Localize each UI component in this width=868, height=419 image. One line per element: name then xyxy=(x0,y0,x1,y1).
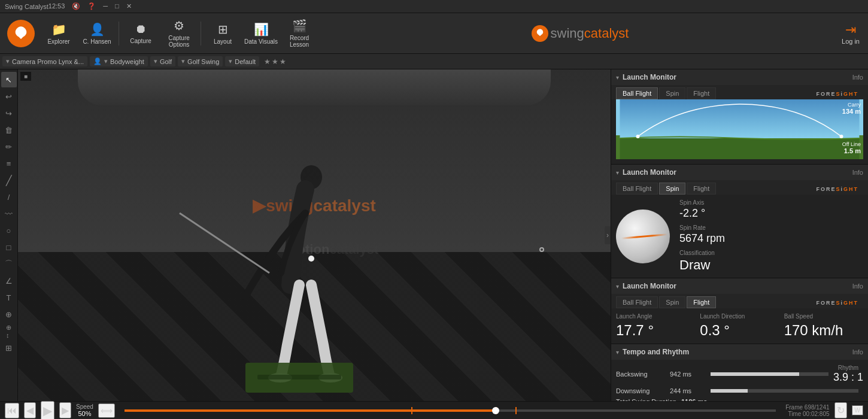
expand-panel-button[interactable]: › xyxy=(605,226,611,244)
tool-lines[interactable]: ≡ xyxy=(1,156,17,171)
spin-rate-value: 5674 rpm xyxy=(679,232,863,245)
frame-value: 698/1241 xyxy=(805,404,830,411)
svg-line-1 xyxy=(180,213,269,273)
tool-settings[interactable]: ⊕ xyxy=(1,306,17,322)
loop-button[interactable]: ↻ xyxy=(834,402,847,418)
tool-angle2[interactable]: ∠ xyxy=(1,273,17,289)
toolbar-divider-2 xyxy=(201,22,201,45)
maximize-icon[interactable]: □ xyxy=(115,2,119,10)
classification-value: Draw xyxy=(679,257,863,273)
nav-golf-swing-label: Golf Swing xyxy=(187,58,219,65)
trim-button[interactable]: ⟺ xyxy=(98,403,115,418)
launch-monitor-section-2: ▾ Launch Monitor Info Ball Flight Spin F… xyxy=(611,165,868,278)
nav-golf[interactable]: ▾ Golf xyxy=(150,56,175,66)
collapse-icon-1[interactable]: ▾ xyxy=(616,74,619,81)
help-icon[interactable]: ❓ xyxy=(87,2,96,10)
play-button[interactable]: ▶ xyxy=(41,401,54,420)
video-mode-indicator: ■ xyxy=(20,72,31,81)
login-button[interactable]: ⇥ Log in xyxy=(842,22,860,45)
classification-label: Classification xyxy=(679,250,863,256)
spin-axis-label: Spin Axis xyxy=(679,199,863,206)
tab-spin-3[interactable]: Spin xyxy=(659,296,685,308)
tool-diagonal[interactable]: / xyxy=(1,189,17,205)
nav-camera[interactable]: ▾ Camera Promo Lynx &... xyxy=(2,56,87,66)
tool-undo[interactable]: ↩ xyxy=(1,89,17,104)
tabs-row-2: Ball Flight Spin Flight FORESiGHT xyxy=(611,180,868,195)
timeline[interactable] xyxy=(125,409,776,412)
info-button-1[interactable]: Info xyxy=(852,74,863,81)
record-lesson-button[interactable]: 🎬 Record Lesson xyxy=(280,17,318,50)
info-button-3[interactable]: Info xyxy=(852,283,863,290)
app-title: Swing Catalyst xyxy=(5,3,48,10)
downswing-row: Downswing 244 ms xyxy=(616,387,863,394)
tool-angle1[interactable]: ⌒ xyxy=(1,256,17,272)
tab-flight-1[interactable]: Flight xyxy=(687,87,716,99)
collapse-icon-3[interactable]: ▾ xyxy=(616,283,619,290)
timeline-thumb[interactable] xyxy=(492,407,499,414)
tool-circle[interactable]: ○ xyxy=(1,223,17,238)
tab-ball-flight-1[interactable]: Ball Flight xyxy=(616,87,658,99)
svg-rect-5 xyxy=(257,375,341,379)
next-frame-button[interactable]: ▶ xyxy=(59,402,71,418)
star-1[interactable]: ★ xyxy=(264,57,271,66)
launch-monitor-header-1: ▾ Launch Monitor Info xyxy=(611,69,868,85)
mute-icon[interactable]: 🔇 xyxy=(72,2,80,10)
tool-zoom[interactable]: ⊕↕ xyxy=(1,323,17,339)
layout-label: Layout xyxy=(214,38,232,45)
launch-monitor-title-1: Launch Monitor xyxy=(623,73,676,81)
info-button-2[interactable]: Info xyxy=(852,169,863,176)
tab-spin-2[interactable]: Spin xyxy=(659,183,685,195)
launch-angle-label: Launch Angle xyxy=(616,313,695,320)
carry-value: 134 m xyxy=(842,108,861,115)
tempo-info-button[interactable]: Info xyxy=(852,348,863,356)
tool-delete[interactable]: 🗑 xyxy=(1,122,17,138)
tool-text[interactable]: T xyxy=(1,290,17,305)
user-button[interactable]: 👤 C. Hansen xyxy=(78,17,116,50)
watermark-button[interactable]: W xyxy=(852,405,863,415)
tool-pencil[interactable]: ✏ xyxy=(1,139,17,154)
nav-bodyweight[interactable]: 👤 ▾ Bodyweight xyxy=(90,56,148,66)
tempo-header-left: ▾ Tempo and Rhythm xyxy=(616,348,689,356)
main-content: ↖ ↩ ↪ 🗑 ✏ ≡ ╱ / 〰 ○ □ ⌒ ∠ T ⊕ ⊕↕ ⊞ ▶swin… xyxy=(0,69,868,401)
capture-options-button[interactable]: ⚙ Capture Options xyxy=(160,17,198,50)
tempo-collapse-icon[interactable]: ▾ xyxy=(616,349,619,356)
close-icon[interactable]: ✕ xyxy=(126,2,132,10)
navbar: ▾ Camera Promo Lynx &... 👤 ▾ Bodyweight … xyxy=(0,54,868,69)
layout-button[interactable]: ⊞ Layout xyxy=(204,17,242,50)
spin-rate-label: Spin Rate xyxy=(679,224,863,231)
nav-golf-swing[interactable]: ▾ Golf Swing xyxy=(178,56,223,66)
minimize-icon[interactable]: ─ xyxy=(103,2,108,10)
star-3[interactable]: ★ xyxy=(280,57,286,66)
star-rating[interactable]: ★ ★ ★ xyxy=(264,57,286,66)
tool-curve[interactable]: 〰 xyxy=(1,206,17,221)
collapse-icon-2[interactable]: ▾ xyxy=(616,169,619,176)
titlebar-controls: 12:53 🔇 ❓ ─ □ ✕ xyxy=(48,2,132,10)
data-visuals-button[interactable]: 📊 Data Visuals xyxy=(242,17,280,50)
svg-point-9 xyxy=(840,135,843,138)
tab-ball-flight-2[interactable]: Ball Flight xyxy=(616,183,658,195)
nav-default[interactable]: ▾ Default xyxy=(225,56,259,66)
star-2[interactable]: ★ xyxy=(272,57,278,66)
skip-back-button[interactable]: ⏮ xyxy=(5,403,19,418)
tempo-section: ▾ Tempo and Rhythm Info Backswing 942 ms… xyxy=(611,344,868,401)
downswing-label: Downswing xyxy=(616,387,670,394)
tab-flight-2[interactable]: Flight xyxy=(687,183,716,195)
tool-grid[interactable]: ⊞ xyxy=(1,340,17,356)
speed-display: Speed 50% xyxy=(76,403,93,417)
nav-bodyweight-icon: 👤 xyxy=(93,57,102,65)
tab-ball-flight-3[interactable]: Ball Flight xyxy=(616,296,658,308)
tool-redo[interactable]: ↪ xyxy=(1,105,17,121)
brand-center: swingcatalyst xyxy=(318,25,842,42)
tab-spin-1[interactable]: Spin xyxy=(659,87,685,99)
prev-frame-button[interactable]: ◀ xyxy=(24,402,36,418)
explorer-button[interactable]: 📁 Explorer xyxy=(40,17,78,50)
backswing-value: 942 ms xyxy=(670,371,706,378)
tool-select[interactable]: ↖ xyxy=(1,72,17,87)
ball-speed-stat: Ball Speed 170 km/h xyxy=(784,313,863,339)
capture-button[interactable]: ⏺ Capture xyxy=(122,17,160,50)
tab-flight-3[interactable]: Flight xyxy=(687,296,716,308)
tempo-container: Backswing 942 ms Rhythm 3.9 : 1 Downswin… xyxy=(611,360,868,401)
tool-line[interactable]: ╱ xyxy=(1,172,17,188)
offline-value: 1.5 m xyxy=(842,147,861,154)
tool-rectangle[interactable]: □ xyxy=(1,239,17,255)
